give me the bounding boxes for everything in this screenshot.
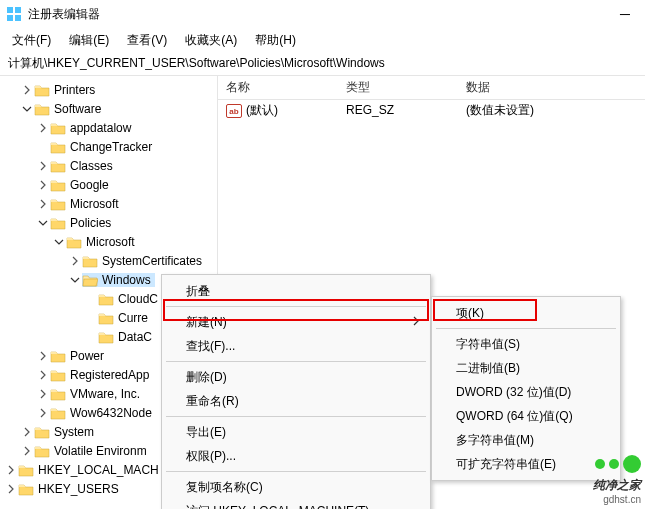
folder-icon xyxy=(50,387,66,401)
menu-item[interactable]: 删除(D) xyxy=(164,365,428,389)
chevron-down-icon[interactable] xyxy=(36,218,50,228)
svg-rect-2 xyxy=(7,15,13,21)
chevron-right-icon[interactable] xyxy=(4,465,18,475)
folder-icon xyxy=(98,292,114,306)
value-type: REG_SZ xyxy=(338,103,458,117)
folder-icon xyxy=(34,83,50,97)
menu-item[interactable]: 二进制值(B) xyxy=(434,356,618,380)
folder-icon xyxy=(50,140,66,154)
value-data: (数值未设置) xyxy=(458,102,645,119)
menubar: 文件(F) 编辑(E) 查看(V) 收藏夹(A) 帮助(H) xyxy=(0,28,645,52)
chevron-right-icon[interactable] xyxy=(36,123,50,133)
menu-item[interactable]: 重命名(R) xyxy=(164,389,428,413)
tree-item-label: SystemCertificates xyxy=(102,254,202,268)
menu-item[interactable]: 项(K) xyxy=(434,301,618,325)
chevron-right-icon[interactable] xyxy=(68,256,82,266)
tree-item-label: Software xyxy=(54,102,101,116)
folder-icon xyxy=(98,311,114,325)
menu-item[interactable]: DWORD (32 位)值(D) xyxy=(434,380,618,404)
svg-rect-3 xyxy=(15,15,21,21)
list-header: 名称 类型 数据 xyxy=(218,76,645,100)
menu-separator xyxy=(166,471,426,472)
tree-item-label: Google xyxy=(70,178,109,192)
folder-icon xyxy=(50,216,66,230)
string-value-icon: ab xyxy=(226,104,242,118)
value-name: ab(默认) xyxy=(218,102,338,119)
folder-icon xyxy=(66,235,82,249)
menu-item[interactable]: 查找(F)... xyxy=(164,334,428,358)
tree-item-label: RegisteredApp xyxy=(70,368,149,382)
minimize-button[interactable]: ─ xyxy=(611,6,639,22)
tree-item-label: HKEY_USERS xyxy=(38,482,119,496)
menu-item[interactable]: QWORD (64 位)值(Q) xyxy=(434,404,618,428)
tree-item[interactable]: Classes xyxy=(0,156,217,175)
watermark-logo xyxy=(595,455,641,473)
tree-item[interactable]: Microsoft xyxy=(0,232,217,251)
tree-item-label: System xyxy=(54,425,94,439)
menu-item[interactable]: 访问 HKEY_LOCAL_MACHINE(T) xyxy=(164,499,428,509)
tree-item[interactable]: Printers xyxy=(0,80,217,99)
address-bar[interactable]: 计算机\HKEY_CURRENT_USER\Software\Policies\… xyxy=(0,52,645,76)
tree-item[interactable]: Microsoft xyxy=(0,194,217,213)
titlebar: 注册表编辑器 ─ xyxy=(0,0,645,28)
folder-icon xyxy=(50,406,66,420)
app-icon xyxy=(6,6,22,22)
folder-icon xyxy=(34,102,50,116)
tree-item-label: Curre xyxy=(118,311,148,325)
folder-icon xyxy=(50,159,66,173)
chevron-right-icon[interactable] xyxy=(36,351,50,361)
tree-item[interactable]: ChangeTracker xyxy=(0,137,217,156)
chevron-right-icon[interactable] xyxy=(20,85,34,95)
watermark-text: 纯净之家 gdhst.cn xyxy=(593,477,641,505)
folder-icon xyxy=(50,121,66,135)
chevron-down-icon[interactable] xyxy=(68,275,82,285)
menu-help[interactable]: 帮助(H) xyxy=(247,30,304,51)
chevron-down-icon[interactable] xyxy=(52,237,66,247)
menu-item[interactable]: 导出(E) xyxy=(164,420,428,444)
folder-icon xyxy=(82,273,98,287)
menu-item[interactable]: 多字符串值(M) xyxy=(434,428,618,452)
menu-item[interactable]: 折叠 xyxy=(164,279,428,303)
menu-favorites[interactable]: 收藏夹(A) xyxy=(177,30,245,51)
chevron-right-icon[interactable] xyxy=(36,180,50,190)
chevron-right-icon[interactable] xyxy=(36,161,50,171)
folder-icon xyxy=(34,444,50,458)
folder-icon xyxy=(50,178,66,192)
col-name[interactable]: 名称 xyxy=(218,79,338,96)
menu-item[interactable]: 可扩充字符串值(E) xyxy=(434,452,618,476)
chevron-right-icon[interactable] xyxy=(20,427,34,437)
list-row[interactable]: ab(默认) REG_SZ (数值未设置) xyxy=(218,100,645,120)
menu-file[interactable]: 文件(F) xyxy=(4,30,59,51)
menu-item[interactable]: 复制项名称(C) xyxy=(164,475,428,499)
tree-item[interactable]: Google xyxy=(0,175,217,194)
folder-icon xyxy=(18,482,34,496)
tree-item-label: ChangeTracker xyxy=(70,140,152,154)
tree-item-label: HKEY_LOCAL_MACH xyxy=(38,463,159,477)
context-menu: 折叠新建(N)查找(F)...删除(D)重命名(R)导出(E)权限(P)...复… xyxy=(161,274,431,509)
tree-item-label: Microsoft xyxy=(70,197,119,211)
folder-icon xyxy=(98,330,114,344)
menu-item[interactable]: 权限(P)... xyxy=(164,444,428,468)
menu-separator xyxy=(166,306,426,307)
col-type[interactable]: 类型 xyxy=(338,79,458,96)
menu-edit[interactable]: 编辑(E) xyxy=(61,30,117,51)
chevron-right-icon[interactable] xyxy=(36,370,50,380)
tree-item[interactable]: SystemCertificates xyxy=(0,251,217,270)
folder-icon xyxy=(18,463,34,477)
chevron-right-icon[interactable] xyxy=(4,484,18,494)
tree-item[interactable]: Policies xyxy=(0,213,217,232)
tree-item-label: DataC xyxy=(118,330,152,344)
col-data[interactable]: 数据 xyxy=(458,79,645,96)
tree-item-label: Wow6432Node xyxy=(70,406,152,420)
chevron-right-icon[interactable] xyxy=(36,199,50,209)
chevron-down-icon[interactable] xyxy=(20,104,34,114)
tree-item-label: Microsoft xyxy=(86,235,135,249)
menu-view[interactable]: 查看(V) xyxy=(119,30,175,51)
menu-item[interactable]: 字符串值(S) xyxy=(434,332,618,356)
tree-item[interactable]: appdatalow xyxy=(0,118,217,137)
chevron-right-icon[interactable] xyxy=(36,408,50,418)
menu-item[interactable]: 新建(N) xyxy=(164,310,428,334)
tree-item[interactable]: Software xyxy=(0,99,217,118)
chevron-right-icon[interactable] xyxy=(36,389,50,399)
chevron-right-icon[interactable] xyxy=(20,446,34,456)
